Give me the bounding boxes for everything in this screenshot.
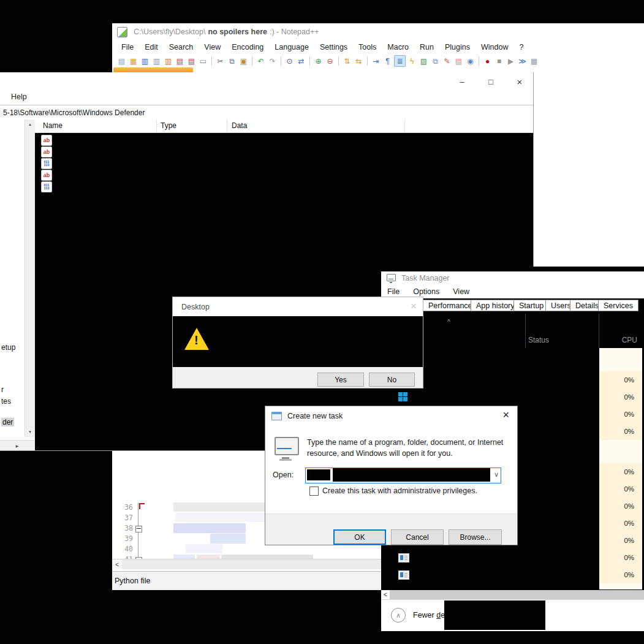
menu-help[interactable]: Help: [11, 93, 27, 101]
chevron-up-circle-icon[interactable]: ∧: [391, 608, 406, 623]
menu-file[interactable]: File: [116, 42, 139, 53]
column-name[interactable]: Name: [43, 121, 63, 130]
menu-encoding[interactable]: Encoding: [226, 42, 269, 53]
run-multiple-icon[interactable]: ≫: [517, 56, 528, 66]
sync-horizontal-icon[interactable]: ⇆: [354, 56, 364, 66]
notepad-titlebar[interactable]: C:\Users\fly\Desktop\ no spoilers here :…: [112, 23, 644, 40]
menu-language[interactable]: Language: [269, 42, 314, 53]
menu-edit[interactable]: Edit: [139, 42, 164, 53]
function-list-icon[interactable]: ϟ: [407, 56, 417, 66]
desktop-warning-dialog: Desktop × Yes No: [172, 297, 423, 388]
column-type[interactable]: Type: [161, 121, 176, 130]
close-button[interactable]: ×: [514, 76, 525, 87]
cut-icon[interactable]: ✂: [215, 56, 225, 66]
record-macro-icon[interactable]: ●: [482, 56, 493, 66]
no-button[interactable]: No: [369, 373, 415, 387]
menu-search[interactable]: Search: [164, 42, 199, 53]
stop-macro-icon[interactable]: ■: [494, 56, 504, 66]
folder-workspace-icon[interactable]: ▤: [453, 56, 464, 66]
undo-icon[interactable]: ↶: [256, 56, 266, 66]
menu-view[interactable]: View: [453, 287, 469, 296]
regedit-tree-panel[interactable]: etup r tes der: [0, 119, 25, 437]
word-wrap-icon[interactable]: ≣: [394, 55, 406, 67]
file-type-label: Python file: [115, 577, 150, 585]
tree-item-partial[interactable]: r: [1, 385, 4, 394]
show-symbols-icon[interactable]: ¶: [382, 56, 393, 66]
menu-help[interactable]: ?: [513, 42, 529, 53]
menu-file[interactable]: File: [387, 287, 400, 296]
tab-performance[interactable]: Performance: [423, 300, 478, 311]
find-icon[interactable]: ⊙: [284, 56, 295, 66]
close-icon[interactable]: ×: [411, 300, 417, 313]
menu-tools[interactable]: Tools: [353, 42, 382, 53]
tree-vertical-scrollbar[interactable]: ▲ ▼: [25, 119, 36, 437]
dialog-titlebar[interactable]: Desktop ×: [173, 297, 423, 316]
menu-options[interactable]: Options: [413, 287, 439, 296]
dialog-message-area: [173, 316, 423, 368]
new-file-icon[interactable]: ▤: [116, 56, 127, 66]
save-copy-icon[interactable]: ▥: [151, 56, 162, 66]
save-icon[interactable]: ▥: [140, 56, 150, 66]
column-data[interactable]: Data: [232, 121, 247, 130]
replace-icon[interactable]: ⇄: [296, 56, 306, 66]
view-eye-icon[interactable]: ◉: [465, 56, 475, 66]
doc-switcher-icon[interactable]: ⧉: [430, 56, 441, 66]
scroll-up-icon[interactable]: ▲: [25, 119, 35, 129]
close-icon[interactable]: ×: [502, 409, 509, 422]
task-manager-titlebar[interactable]: Task Manager: [381, 271, 644, 285]
column-status[interactable]: Status: [528, 336, 549, 344]
scroll-down-icon[interactable]: ▼: [25, 427, 35, 437]
scroll-right-icon[interactable]: ▶: [12, 441, 22, 450]
chevron-down-icon[interactable]: ∨: [494, 471, 499, 479]
indent-icon[interactable]: ⇥: [371, 56, 381, 66]
open-file-icon[interactable]: ▦: [128, 56, 138, 66]
document-map-icon[interactable]: ▧: [419, 56, 429, 66]
menu-window[interactable]: Window: [475, 42, 513, 53]
close-all-icon[interactable]: ▤: [186, 56, 197, 66]
zoom-out-icon[interactable]: ⊖: [325, 56, 335, 66]
macro-save-icon[interactable]: ▦: [529, 56, 539, 66]
play-macro-icon[interactable]: ▶: [506, 56, 516, 66]
tab-startup[interactable]: Startup: [513, 300, 549, 311]
scroll-left-arrow-icon[interactable]: <: [381, 590, 390, 599]
menu-plugins[interactable]: Plugins: [439, 42, 475, 53]
menu-settings[interactable]: Settings: [314, 42, 353, 53]
tab-app-history[interactable]: App history: [471, 300, 520, 311]
macro-edit-icon[interactable]: ✎: [442, 56, 452, 66]
tree-item-partial[interactable]: tes: [1, 397, 11, 406]
task-manager-horizontal-scrollbar[interactable]: <: [381, 590, 644, 599]
ok-button[interactable]: OK: [333, 529, 386, 545]
maximize-button[interactable]: □: [485, 76, 496, 87]
cpu-value: 0%: [599, 388, 642, 406]
dialog-titlebar[interactable]: Create new task ×: [265, 406, 517, 425]
scroll-left-arrow-icon[interactable]: <: [112, 559, 122, 569]
sync-vertical-icon[interactable]: ⇅: [342, 56, 352, 66]
open-combobox[interactable]: ∨: [305, 468, 501, 483]
menu-view[interactable]: View: [199, 42, 226, 53]
tab-services[interactable]: Services: [598, 300, 638, 311]
app-grid-icon: [398, 392, 407, 401]
fold-collapse-icon[interactable]: [135, 526, 142, 532]
close-doc-icon[interactable]: ▤: [175, 56, 185, 66]
column-cpu[interactable]: CPU: [599, 336, 637, 344]
minimize-button[interactable]: –: [456, 76, 468, 87]
regedit-titlebar[interactable]: – □ ×: [0, 72, 533, 91]
copy-icon[interactable]: ⧉: [227, 56, 237, 66]
browse-button[interactable]: Browse...: [449, 529, 502, 545]
print-icon[interactable]: ▭: [198, 56, 208, 66]
redo-icon[interactable]: ↷: [267, 56, 278, 66]
admin-privileges-checkbox[interactable]: [309, 487, 319, 496]
regedit-address-bar[interactable]: 5-18\Software\Microsoft\Windows Defender: [0, 105, 533, 120]
toolbar-separator: [338, 56, 339, 66]
tree-horizontal-scrollbar[interactable]: ▶: [0, 440, 35, 450]
paste-icon[interactable]: ▣: [238, 56, 249, 66]
sort-chevron-icon: ^: [447, 319, 450, 325]
save-all-icon[interactable]: ▥: [163, 56, 173, 66]
tree-item-partial[interactable]: etup: [1, 343, 15, 352]
zoom-in-icon[interactable]: ⊕: [313, 56, 324, 66]
yes-button[interactable]: Yes: [317, 373, 364, 387]
menu-macro[interactable]: Macro: [382, 42, 414, 53]
tree-item-selected[interactable]: der: [1, 418, 14, 426]
menu-run[interactable]: Run: [414, 42, 439, 53]
cancel-button[interactable]: Cancel: [391, 529, 444, 545]
